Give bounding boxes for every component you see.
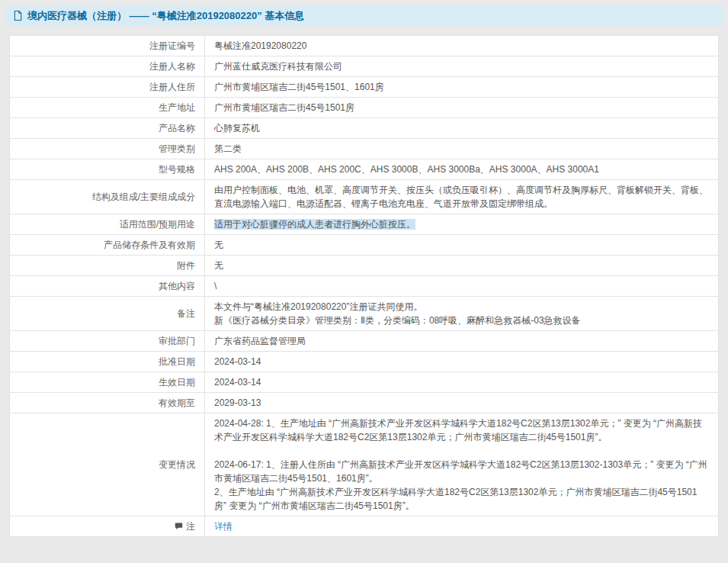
row-value: 2029-03-13 <box>205 393 719 413</box>
row-label: 变更情况 <box>10 413 205 516</box>
row-label: 注册人名称 <box>10 56 205 77</box>
comment-icon <box>175 522 183 530</box>
row-label: 批准日期 <box>10 352 205 372</box>
row-value: 2024-03-14 <box>205 372 719 393</box>
row-approval-date: 批准日期 2024-03-14 <box>10 352 719 372</box>
row-value: 第二类 <box>205 139 719 159</box>
row-value: 本文件与“粤械注准20192080220”注册证共同使用。 新《医疗器械分类目录… <box>205 297 719 331</box>
row-label: 产品名称 <box>10 118 205 139</box>
row-registration-no: 注册证编号 粤械注准20192080220 <box>10 36 719 56</box>
row-label: 生产地址 <box>10 98 205 118</box>
row-attachment: 附件 无 <box>10 256 719 276</box>
row-product-name: 产品名称 心肺复苏机 <box>10 118 719 139</box>
row-label: 注册证编号 <box>10 36 205 56</box>
row-label: 生效日期 <box>10 372 205 393</box>
row-expiry-date: 有效期至 2029-03-13 <box>10 393 719 413</box>
row-registrant-address: 注册人住所 广州市黄埔区瑞吉二街45号1501、1601房 <box>10 77 719 98</box>
row-label: 注 <box>10 516 205 537</box>
row-value: 2024-03-14 <box>205 352 719 372</box>
row-production-address: 生产地址 广州市黄埔区瑞吉二街45号1501房 <box>10 98 719 118</box>
highlighted-text: 适用于对心脏骤停的成人患者进行胸外心脏按压。 <box>214 219 415 230</box>
row-other-content: 其他内容 \ <box>10 276 719 297</box>
row-value: 广东省药品监督管理局 <box>205 331 719 352</box>
row-storage-validity: 产品储存条件及有效期 无 <box>10 235 719 256</box>
note-label: 注 <box>186 521 195 532</box>
row-value: 心肺复苏机 <box>205 118 719 139</box>
row-label: 审批部门 <box>10 331 205 352</box>
row-value: 广州市黄埔区瑞吉二街45号1501、1601房 <box>205 77 719 98</box>
row-label: 结构及组成/主要组成成分 <box>10 180 205 214</box>
row-value: 无 <box>205 256 719 276</box>
basic-info-table: 注册证编号 粤械注准20192080220 注册人名称 广州蓝仕威克医疗科技有限… <box>9 35 719 537</box>
row-label: 型号规格 <box>10 159 205 180</box>
row-structure-composition: 结构及组成/主要组成成分 由用户控制面板、电池、机罩、高度调节开关、按压头（或负… <box>10 180 719 214</box>
document-icon <box>13 11 23 21</box>
row-approval-department: 审批部门 广东省药品监督管理局 <box>10 331 719 352</box>
row-model-spec: 型号规格 AHS 200A、AHS 200B、AHS 200C、AHS 3000… <box>10 159 719 180</box>
row-value: \ <box>205 276 719 297</box>
row-label: 管理类别 <box>10 139 205 159</box>
row-label: 有效期至 <box>10 393 205 413</box>
row-value: 适用于对心脏骤停的成人患者进行胸外心脏按压。 <box>205 214 719 235</box>
row-label: 附件 <box>10 256 205 276</box>
row-label: 产品储存条件及有效期 <box>10 235 205 256</box>
row-label: 注册人住所 <box>10 77 205 98</box>
row-effective-date: 生效日期 2024-03-14 <box>10 372 719 393</box>
row-value: 广州蓝仕威克医疗科技有限公司 <box>205 56 719 77</box>
row-remarks: 备注 本文件与“粤械注准20192080220”注册证共同使用。 新《医疗器械分… <box>10 297 719 331</box>
row-value: 详情 <box>205 516 719 537</box>
row-value: 无 <box>205 235 719 256</box>
row-note: 注 详情 <box>10 516 719 537</box>
row-label: 适用范围/预期用途 <box>10 214 205 235</box>
row-value: 2024-04-28: 1、生产地址由 “广州高新技术产业开发区科学城科学大道1… <box>205 413 719 516</box>
row-label: 备注 <box>10 297 205 331</box>
row-value: 广州市黄埔区瑞吉二街45号1501房 <box>205 98 719 118</box>
row-intended-use: 适用范围/预期用途 适用于对心脏骤停的成人患者进行胸外心脏按压。 <box>10 214 719 235</box>
page-title: 境内医疗器械（注册） —— “粤械注准20192080220” 基本信息 <box>27 9 304 22</box>
row-change-history: 变更情况 2024-04-28: 1、生产地址由 “广州高新技术产业开发区科学城… <box>10 413 719 516</box>
row-label: 其他内容 <box>10 276 205 297</box>
row-management-class: 管理类别 第二类 <box>10 139 719 159</box>
row-value: 由用户控制面板、电池、机罩、高度调节开关、按压头（或负压吸引杯）、高度调节杆及胸… <box>205 180 719 214</box>
page-header: 境内医疗器械（注册） —— “粤械注准20192080220” 基本信息 <box>5 5 723 26</box>
row-registrant-name: 注册人名称 广州蓝仕威克医疗科技有限公司 <box>10 56 719 77</box>
details-link[interactable]: 详情 <box>214 521 233 532</box>
row-value: 粤械注准20192080220 <box>205 36 719 56</box>
row-value: AHS 200A、AHS 200B、AHS 200C、AHS 3000B、AHS… <box>205 159 719 180</box>
